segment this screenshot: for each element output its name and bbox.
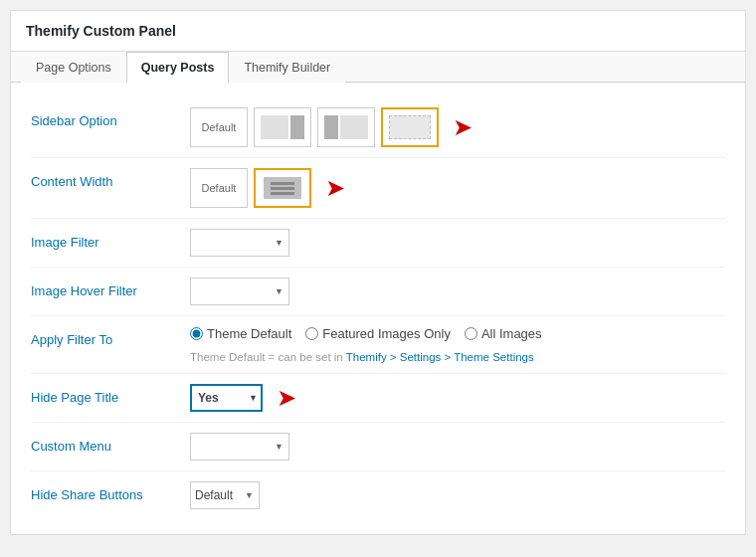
- apply-filter-theme-default[interactable]: Theme Default: [190, 326, 291, 341]
- image-filter-select[interactable]: [190, 229, 289, 257]
- content-width-control: Default ➤: [190, 168, 725, 208]
- content-width-label: Content Width: [31, 168, 190, 189]
- apply-filter-radio-theme-default[interactable]: [190, 327, 203, 340]
- apply-filter-hint: Theme Default = can be set in Themify > …: [190, 351, 725, 363]
- sidebar-default-btn[interactable]: Default: [190, 107, 248, 147]
- sidebar-option-row: Sidebar Option Default: [31, 97, 725, 158]
- sidebar-none-btn[interactable]: [381, 107, 439, 147]
- hide-page-title-row: Hide Page Title Default Yes No ➤: [31, 374, 725, 423]
- apply-filter-control: Theme Default Featured Images Only All I…: [190, 326, 725, 363]
- image-hover-filter-label: Image Hover Filter: [31, 278, 190, 298]
- hide-share-buttons-select-wrap: Default Yes No: [190, 481, 260, 509]
- image-filter-row: Image Filter: [31, 219, 725, 268]
- apply-filter-radio-all[interactable]: [465, 327, 477, 340]
- apply-filter-all-label: All Images: [481, 326, 542, 341]
- content-width-buttons: Default: [190, 168, 311, 208]
- tab-query-posts[interactable]: Query Posts: [126, 52, 230, 83]
- content-full-btn[interactable]: [254, 168, 311, 208]
- sidebar-option-label: Sidebar Option: [31, 107, 190, 128]
- apply-filter-radio-group: Theme Default Featured Images Only All I…: [190, 326, 542, 341]
- image-filter-control: [190, 229, 725, 257]
- content-default-btn[interactable]: Default: [190, 168, 248, 208]
- image-hover-filter-select-wrap: [190, 278, 289, 305]
- hide-share-buttons-row: Hide Share Buttons Default Yes No: [31, 471, 725, 519]
- image-filter-label: Image Filter: [31, 229, 190, 250]
- sidebar-left-btn[interactable]: [317, 107, 375, 147]
- image-hover-filter-control: [190, 278, 725, 305]
- hide-page-title-arrow: ➤: [277, 386, 296, 410]
- hide-page-title-select[interactable]: Default Yes No: [190, 384, 263, 412]
- themify-custom-panel: Themify Custom Panel Page Options Query …: [10, 10, 746, 535]
- image-hover-filter-select[interactable]: [190, 278, 289, 305]
- apply-filter-featured-images[interactable]: Featured Images Only: [305, 326, 451, 341]
- sidebar-right-btn[interactable]: [254, 107, 311, 147]
- apply-filter-hint-prefix: Theme Default = can be set in: [190, 351, 346, 363]
- sidebar-option-control: Default: [190, 107, 725, 147]
- hide-share-buttons-label: Hide Share Buttons: [31, 481, 190, 502]
- hide-share-buttons-control: Default Yes No: [190, 481, 725, 509]
- panel-content: Sidebar Option Default: [11, 83, 745, 534]
- hide-page-title-label: Hide Page Title: [31, 384, 190, 405]
- apply-filter-label: Apply Filter To: [31, 326, 190, 347]
- content-width-arrow: ➤: [325, 176, 345, 200]
- image-hover-filter-row: Image Hover Filter: [31, 268, 725, 316]
- apply-filter-radio-featured[interactable]: [305, 327, 318, 340]
- apply-filter-hint-link[interactable]: Themify > Settings > Theme Settings: [346, 351, 534, 363]
- custom-menu-label: Custom Menu: [31, 433, 190, 454]
- custom-menu-row: Custom Menu: [31, 423, 725, 471]
- sidebar-arrow: ➤: [453, 115, 472, 139]
- content-width-row: Content Width Default ➤: [31, 158, 725, 219]
- image-filter-select-wrap: [190, 229, 289, 257]
- hide-page-title-select-wrap: Default Yes No: [190, 384, 263, 412]
- apply-filter-theme-default-label: Theme Default: [207, 326, 291, 341]
- tab-page-options[interactable]: Page Options: [21, 52, 126, 83]
- custom-menu-control: [190, 433, 725, 461]
- hide-page-title-control: Default Yes No ➤: [190, 384, 725, 412]
- apply-filter-featured-label: Featured Images Only: [322, 326, 451, 341]
- panel-title: Themify Custom Panel: [11, 11, 745, 52]
- sidebar-option-buttons: Default: [190, 107, 439, 147]
- custom-menu-select-wrap: [190, 433, 289, 461]
- apply-filter-row: Apply Filter To Theme Default Featured I…: [31, 316, 725, 374]
- tabs-bar: Page Options Query Posts Themify Builder: [11, 52, 745, 83]
- apply-filter-all-images[interactable]: All Images: [465, 326, 542, 341]
- custom-menu-select[interactable]: [190, 433, 289, 461]
- tab-themify-builder[interactable]: Themify Builder: [229, 52, 345, 83]
- hide-share-buttons-select[interactable]: Default Yes No: [190, 481, 260, 509]
